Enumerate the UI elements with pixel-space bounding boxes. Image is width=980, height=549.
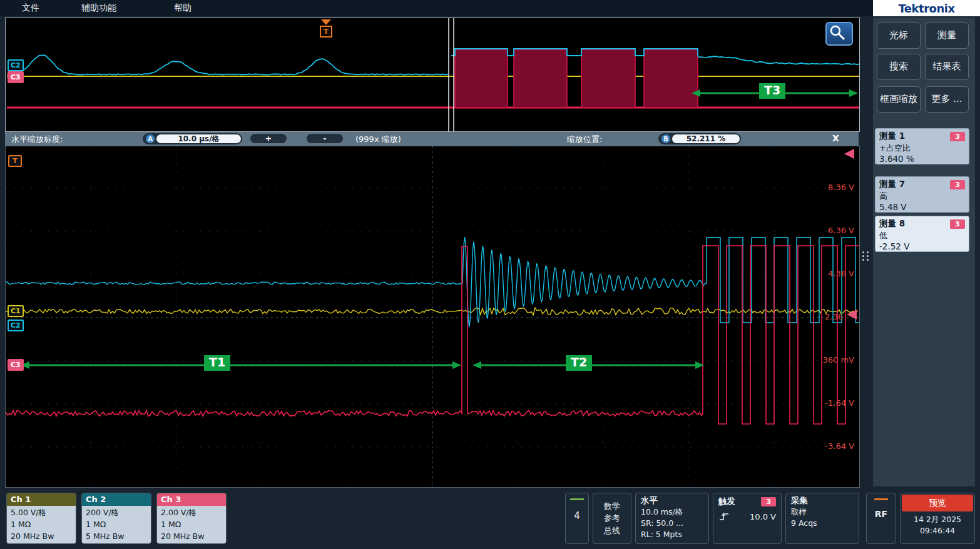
channel3-bandwidth: 20 MHz Bw [161,530,222,542]
math-label: 数学 [604,500,620,513]
right-sidebar: 光标 测量 搜索 结果表 框画缩放 更多 ... 测量 1 3 +占空比 3.6… [873,18,975,486]
channel2-badge[interactable]: Ch 2 200 V/格 1 MΩ 5 MHz Bw [81,493,151,544]
channel1-name: Ch 1 [7,493,76,506]
trigger-position-marker[interactable]: T [319,19,333,38]
zoom-scale-value[interactable]: 10.0 µs/格 [156,134,241,143]
channel1-flag[interactable]: C1 [8,305,24,317]
horizontal-record-length: RL: 5 Mpts [641,529,703,540]
waveform-display[interactable]: T C1 C2 C3 T1 T2 8.36 V 6.36 V 4.36 V 2.… [5,146,860,488]
zoom-position-value[interactable]: 52.211 % [672,134,740,143]
overview-channel3-flag[interactable]: C3 [8,71,24,83]
zoom-toolbar: 水平缩放标度: A 10.0 µs/格 + - (999x 缩放) 缩放位置: … [5,132,859,146]
trigger-source-badge: 3 [761,497,776,506]
trigger-badge[interactable]: 触发 3 10.0 V [713,493,782,544]
scale-label: 8.36 V [804,183,854,192]
source-channel-badge: 3 [950,219,965,229]
channel2-flag[interactable]: C2 [8,320,24,331]
math-ref-bus-button[interactable]: 数学 参考 总线 [593,493,631,544]
scale-label: -3.64 V [804,441,854,451]
annotation-t1-label: T1 [204,355,230,371]
overview-waveforms [6,18,859,131]
acquisition-title: 采集 [791,495,854,506]
rising-edge-icon [718,512,730,521]
box-zoom-button[interactable]: 框画缩放 [877,86,921,113]
annotation-t3-label: T3 [759,83,785,99]
zoom-position-label: 缩放位置: [567,134,602,145]
preview-button[interactable]: 预览 [902,495,973,511]
acquisition-mode: 取样 [791,506,854,518]
measurement-title: 测量 1 [879,131,905,142]
trigger-arrow-icon [321,19,331,25]
zoom-position-control[interactable]: B 52.211 % [658,133,741,144]
measurement-value: 5.48 V [879,202,965,212]
zoom-factor-label: (999x 缩放) [355,134,401,145]
horizontal-scale: 10.0 ms/格 [641,506,703,518]
measure-button[interactable]: 测量 [925,23,969,49]
date-label: 14 2月 2025 [901,514,974,525]
measurement-value: 3.640 % [879,154,965,164]
channel3-name: Ch 3 [157,493,226,506]
search-button[interactable]: 搜索 [877,54,921,80]
measurement-title: 测量 7 [879,179,905,190]
menu-bar: 文件 辅助功能 帮助 [0,0,980,16]
scale-label: -1.64 V [804,398,854,408]
horizontal-badge[interactable]: 水平 10.0 ms/格 SR: 50.0 ... RL: 5 Mpts [635,493,709,544]
measurement-card-7[interactable]: 测量 7 3 高 5.48 V [875,176,969,213]
channel2-scale: 200 V/格 [86,506,147,518]
time-label: 09:46:44 [901,525,974,536]
channel1-badge[interactable]: Ch 1 5.00 V/格 1 MΩ 20 MHz Bw [6,493,76,544]
channel3-badge[interactable]: Ch 3 2.00 V/格 1 MΩ 20 MHz Bw [156,493,227,544]
menu-help[interactable]: 帮助 [174,3,191,14]
rf-badge[interactable]: RF [866,493,896,544]
ref-label: 参考 [604,512,620,525]
channel3-impedance: 1 MΩ [161,518,222,530]
multipurpose-a-badge: A [146,134,155,143]
zoom-in-button[interactable]: + [250,134,287,143]
measurement-card-1[interactable]: 测量 1 3 +占空比 3.640 % [875,128,969,164]
more-button[interactable]: 更多 ... [925,86,969,113]
zoom-out-button[interactable]: - [307,134,343,143]
channel2-bandwidth: 5 MHz Bw [86,530,147,542]
zoom-overview-panel[interactable]: T C2 C3 T3 [5,18,860,132]
trigger-position-arrow[interactable] [844,149,854,159]
menu-file[interactable]: 文件 [22,3,39,14]
channel3-flag[interactable]: C3 [8,359,24,371]
cursors-button[interactable]: 光标 [877,23,921,49]
measurement-value: -2.52 V [879,241,965,251]
zoom-close-button[interactable]: X [832,133,839,143]
measurement-name: +占空比 [879,143,965,154]
trigger-flag: T [320,26,332,38]
trigger-title: 触发 [718,496,735,507]
scale-label: 4.36 V [804,269,854,278]
channel4-number: 4 [574,510,580,521]
zoom-magnifier-icon[interactable] [825,22,853,46]
zoom-scale-control[interactable]: A 10.0 µs/格 [143,133,242,144]
rf-label: RF [875,509,887,519]
measurement-name: 高 [879,191,965,202]
trigger-level-arrow[interactable] [847,310,857,320]
channel1-scale: 5.00 V/格 [11,506,72,518]
acquisition-badge[interactable]: 采集 取样 9 Acqs [785,493,859,544]
rf-color-dash [874,498,888,500]
menu-utility[interactable]: 辅助功能 [81,3,116,14]
channel1-bandwidth: 20 MHz Bw [11,530,72,542]
channel4-badge[interactable]: 4 [565,493,589,544]
measurement-title: 测量 8 [879,218,905,229]
tektronix-logo: Tektronix [873,0,980,16]
source-channel-badge: 3 [950,180,965,189]
bus-label: 总线 [604,525,620,537]
acquisition-count: 9 Acqs [791,518,854,529]
preview-card: 预览 14 2月 2025 09:46:44 [900,493,975,544]
magnifier-glyph [827,23,848,42]
trigger-level: 10.0 V [750,512,776,521]
horizontal-sample-rate: SR: 50.0 ... [641,518,703,529]
scale-label: 360 mV [804,355,854,365]
channel2-name: Ch 2 [82,493,151,506]
source-channel-badge: 3 [950,132,965,141]
panel-splitter-handle[interactable] [862,251,869,261]
overview-channel2-flag[interactable]: C2 [8,59,24,71]
horizontal-title: 水平 [641,495,703,506]
trigger-source-flag[interactable]: T [8,155,22,167]
measurement-card-8[interactable]: 测量 8 3 低 -2.52 V [875,216,969,252]
results-table-button[interactable]: 结果表 [925,54,969,80]
